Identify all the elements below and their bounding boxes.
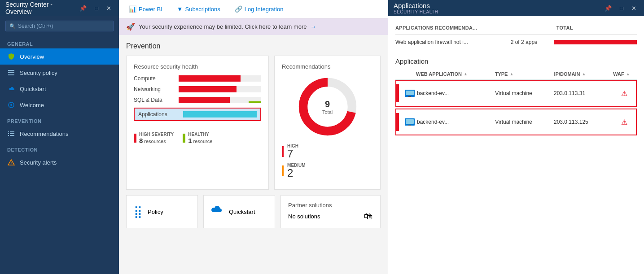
prevention-title: Prevention <box>126 42 381 50</box>
close-icon[interactable]: ✕ <box>104 4 114 13</box>
search-icon: 🔍 <box>9 23 16 29</box>
partner-title: Partner solutions <box>288 202 373 209</box>
high-severity-bar <box>134 134 136 143</box>
quickstart-card[interactable]: Quickstart <box>203 195 275 228</box>
policy-card[interactable]: ⣿ Policy <box>126 195 198 228</box>
sidebar-item-security-policy-label: Security policy <box>20 70 57 76</box>
app-row-0-waf: ⚠ <box>613 89 636 98</box>
search-box[interactable]: 🔍 <box>5 21 114 31</box>
sql-data-row: SQL & Data <box>134 97 261 103</box>
ip-sort-icon[interactable]: ▲ <box>582 72 586 76</box>
sidebar-item-quickstart[interactable]: Quickstart <box>0 81 119 97</box>
right-title-group: Applications SECURITY HEALTH <box>394 2 602 14</box>
networking-bar <box>179 86 261 92</box>
networking-bar-red <box>179 86 237 92</box>
svg-rect-21 <box>408 125 411 126</box>
healthy-bar <box>183 134 185 143</box>
right-title-bar: Applications SECURITY HEALTH 📌 □ ✕ <box>388 0 644 16</box>
high-severity-count: 8 <box>139 137 143 144</box>
partner-solutions-card: Partner solutions No solutions 🛍 <box>280 195 381 228</box>
networking-row: Networking <box>134 86 261 92</box>
web-app-sort-icon[interactable]: ▲ <box>464 72 468 76</box>
app-row-1[interactable]: backend-ev... Virtual machine 203.0.113.… <box>395 109 637 135</box>
left-win-controls: 📌 □ ✕ <box>77 4 114 13</box>
medium-sev-row: MEDIUM 2 <box>282 163 373 178</box>
content-area: Prevention Resource security health Comp… <box>119 35 388 274</box>
quickstart-label: Quickstart <box>229 209 255 215</box>
compute-bar-red <box>179 75 241 82</box>
app-row-0-icon <box>403 89 417 98</box>
sql-bar-red <box>179 97 230 103</box>
high-severity-label: HIGH SEVERITY <box>139 132 174 137</box>
sidebar-item-security-alerts[interactable]: ! Security alerts <box>0 154 119 170</box>
toolbar: 📊 Power BI ▼ Subscriptions 🔗 Log Integra… <box>119 0 388 18</box>
web-app-col-header: WEB APPLICATION ▲ <box>416 71 495 77</box>
col-app-rec-header: APPLICATIONS RECOMMENDA... <box>395 25 556 30</box>
right-content: APPLICATIONS RECOMMENDA... TOTAL Web app… <box>388 16 644 274</box>
sidebar-item-recommendations[interactable]: Recommendations <box>0 126 119 142</box>
svg-rect-17 <box>406 91 414 95</box>
type-header-label: TYPE <box>495 71 508 77</box>
svg-rect-8 <box>10 133 14 134</box>
sidebar-item-quickstart-label: Quickstart <box>20 86 46 92</box>
donut-chart: 9 Total <box>296 75 359 138</box>
log-integration-label: Log Integration <box>245 6 284 13</box>
bars-icon <box>7 69 15 77</box>
power-bi-button[interactable]: 📊 Power BI <box>126 4 165 14</box>
right-pin-icon[interactable]: 📌 <box>602 4 614 13</box>
app-row-1-type: Virtual machine <box>495 119 554 125</box>
healthy-resource: resource <box>193 139 213 144</box>
right-maximize-icon[interactable]: □ <box>618 4 626 13</box>
banner-arrow[interactable]: → <box>311 23 316 30</box>
maximize-icon[interactable]: □ <box>92 4 101 13</box>
search-input[interactable] <box>18 23 110 29</box>
app-table-header: WEB APPLICATION ▲ TYPE ▲ IP/DOMAIN ▲ WAF… <box>395 69 637 80</box>
app-row-0[interactable]: backend-ev... Virtual machine 203.0.113.… <box>395 80 637 107</box>
app-row-1-icon <box>403 117 417 126</box>
subscriptions-button[interactable]: ▼ Subscriptions <box>174 4 223 14</box>
app-rec-count: 2 of 2 apps <box>511 39 549 45</box>
svg-rect-1 <box>8 72 14 73</box>
svg-text:!: ! <box>11 161 12 165</box>
sidebar-item-overview[interactable]: Overview <box>0 48 119 65</box>
app-rec-table-header: APPLICATIONS RECOMMENDA... TOTAL <box>395 22 637 35</box>
power-bi-label: Power BI <box>139 6 162 13</box>
filter-icon: ▼ <box>177 5 183 13</box>
security-banner[interactable]: 🚀 Your security experience may be limite… <box>119 18 388 35</box>
waf-header-label: WAF <box>613 71 624 77</box>
networking-label: Networking <box>134 86 174 92</box>
policy-label: Policy <box>148 209 163 215</box>
vm-icon-1 <box>404 117 416 126</box>
partner-content: No solutions 🛍 <box>288 211 373 222</box>
app-rec-row[interactable]: Web application firewall not i... 2 of 2… <box>395 35 637 50</box>
cards-row: Resource security health Compute Network… <box>126 56 381 190</box>
svg-rect-10 <box>10 135 14 136</box>
svg-rect-20 <box>406 119 414 124</box>
svg-rect-9 <box>8 135 9 136</box>
high-severity-resources: resources <box>144 139 166 144</box>
right-panel: Applications SECURITY HEALTH 📌 □ ✕ APPLI… <box>388 0 644 274</box>
waf-sort-icon[interactable]: ▲ <box>626 72 630 76</box>
sidebar-item-recommendations-label: Recommendations <box>20 130 68 137</box>
application-section-title: Application <box>395 57 637 65</box>
sidebar-item-welcome[interactable]: Welcome <box>0 97 119 113</box>
svg-rect-0 <box>8 70 14 71</box>
applications-row[interactable]: Applications <box>134 108 261 121</box>
medium-sev-num: 2 <box>287 168 306 178</box>
cloud-icon <box>7 85 15 93</box>
sidebar-item-welcome-label: Welcome <box>20 102 44 109</box>
app-rec-label: Web application firewall not i... <box>395 39 506 45</box>
rocket-icon: 🚀 <box>126 22 135 31</box>
donut-center: 9 Total <box>322 99 333 115</box>
svg-rect-2 <box>8 74 14 75</box>
high-sev-num: 7 <box>287 148 298 159</box>
resource-health-title: Resource security health <box>134 63 261 70</box>
alert-icon: ! <box>7 158 15 166</box>
right-close-icon[interactable]: ✕ <box>629 4 639 13</box>
app-row-1-status <box>396 113 399 131</box>
sidebar-item-security-policy[interactable]: Security policy <box>0 65 119 81</box>
log-integration-button[interactable]: 🔗 Log Integration <box>232 4 286 14</box>
type-sort-icon[interactable]: ▲ <box>509 72 513 76</box>
pin-icon[interactable]: 📌 <box>77 4 89 13</box>
type-col-header: TYPE ▲ <box>495 71 554 77</box>
